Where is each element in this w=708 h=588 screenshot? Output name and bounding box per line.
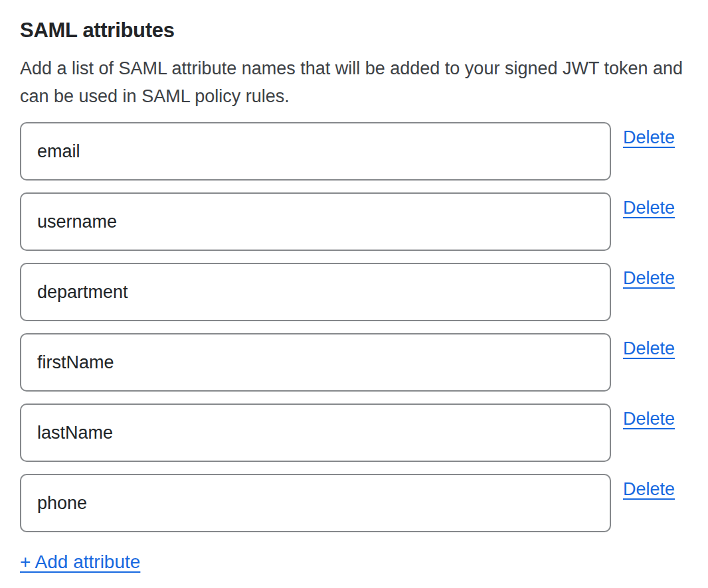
attribute-row: Delete (20, 263, 688, 321)
attribute-row: Delete (20, 192, 688, 251)
attribute-input[interactable] (20, 263, 611, 321)
attribute-row: Delete (20, 333, 688, 392)
attribute-list: Delete Delete Delete Delete Delete Delet… (20, 122, 688, 532)
attribute-input[interactable] (20, 333, 611, 392)
delete-link[interactable]: Delete (623, 409, 675, 429)
delete-link[interactable]: Delete (623, 128, 675, 148)
delete-link[interactable]: Delete (623, 339, 675, 359)
delete-link[interactable]: Delete (623, 198, 675, 218)
page-title: SAML attributes (20, 17, 688, 44)
attribute-input[interactable] (20, 474, 611, 532)
attribute-input[interactable] (20, 192, 611, 251)
delete-link[interactable]: Delete (623, 269, 675, 289)
add-attribute-link[interactable]: + Add attribute (20, 552, 140, 573)
saml-attributes-section: SAML attributes Add a list of SAML attri… (0, 0, 708, 573)
attribute-row: Delete (20, 474, 688, 532)
attribute-row: Delete (20, 122, 688, 181)
delete-link[interactable]: Delete (623, 480, 675, 500)
section-description: Add a list of SAML attribute names that … (20, 54, 688, 110)
attribute-input[interactable] (20, 122, 611, 181)
attribute-row: Delete (20, 404, 688, 462)
attribute-input[interactable] (20, 404, 611, 462)
